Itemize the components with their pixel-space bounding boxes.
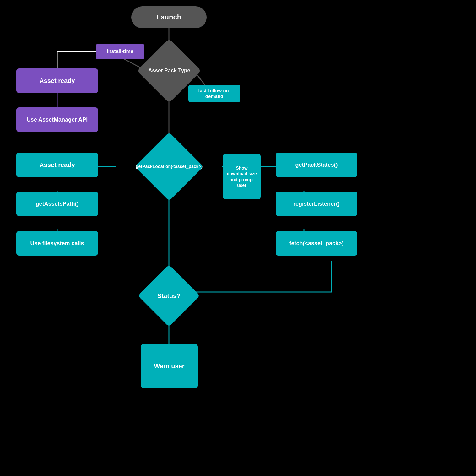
fast-follow-label: fast-follow on-demand [188, 85, 240, 102]
get-pack-states-node: getPackStates() [276, 153, 357, 177]
get-pack-location-diamond: getPackLocation(<asset_pack>) [109, 141, 229, 192]
register-listener-node: registerListener() [276, 192, 357, 216]
fetch-asset-pack-node: fetch(<asset_pack>) [276, 231, 357, 256]
asset-ready-2-node: Asset ready [16, 153, 98, 177]
use-filesystem-node: Use filesystem calls [16, 231, 98, 256]
launch-node: Launch [131, 6, 207, 28]
flowchart: Launch install-time Asset Pack Type fast… [0, 0, 476, 476]
install-time-label: install-time [96, 44, 144, 59]
status-diamond: Status? [138, 271, 200, 321]
asset-ready-1-node: Asset ready [16, 68, 98, 93]
warn-user-node: Warn user [141, 344, 198, 388]
show-download-label: Show download size and prompt user [223, 154, 261, 199]
get-assets-path-node: getAssetsPath() [16, 192, 98, 216]
use-asset-manager-node: Use AssetManager API [16, 107, 98, 132]
